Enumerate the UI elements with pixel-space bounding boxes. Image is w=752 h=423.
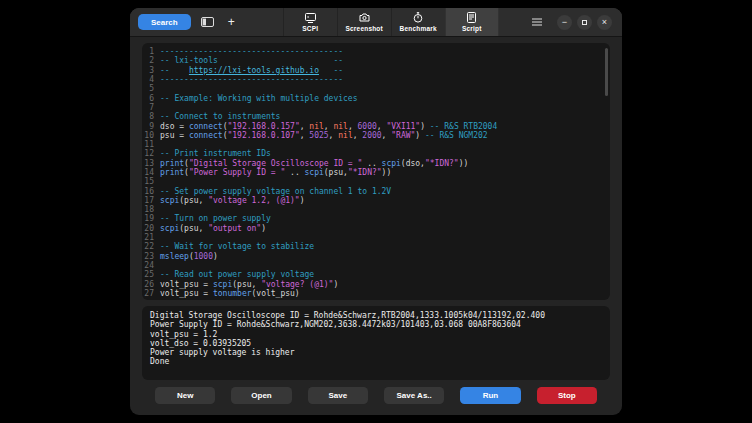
titlebar-right-group: − × bbox=[530, 8, 612, 36]
line-number: 20 bbox=[142, 224, 160, 233]
close-button[interactable]: × bbox=[597, 15, 612, 30]
search-button[interactable]: Search bbox=[138, 14, 191, 30]
line-number: 10 bbox=[142, 131, 160, 140]
code-line: 12-- Print instrument IDs bbox=[142, 149, 610, 158]
code-line: 22-- Wait for voltage to stabilize bbox=[142, 242, 610, 251]
script-page: 1--------------------------------------2… bbox=[130, 37, 622, 414]
code-text: -- https://lxi-tools.github.io -- bbox=[160, 66, 343, 75]
code-text: print("Digital Storage Oscilloscope ID =… bbox=[160, 159, 468, 168]
maximize-button[interactable] bbox=[577, 15, 592, 30]
line-number: 23 bbox=[142, 252, 160, 261]
line-number: 27 bbox=[142, 289, 160, 298]
code-text: -- Print instrument IDs bbox=[160, 149, 271, 158]
tab-script[interactable]: Script bbox=[445, 8, 499, 36]
open-button[interactable]: Open bbox=[231, 387, 291, 404]
tab-label: Script bbox=[462, 25, 482, 32]
code-text: volt_psu = scpi(psu, "voltage? (@1)") bbox=[160, 280, 338, 289]
console-lines: Digital Storage Oscilloscope ID = Rohde&… bbox=[150, 311, 602, 366]
console-line: Digital Storage Oscilloscope ID = Rohde&… bbox=[150, 311, 602, 320]
line-number: 13 bbox=[142, 159, 160, 168]
line-number: 11 bbox=[142, 140, 160, 149]
code-text: -- Set power supply voltage on channel 1… bbox=[160, 187, 391, 196]
code-line: 11 bbox=[142, 140, 610, 149]
menu-icon[interactable] bbox=[530, 18, 544, 26]
code-line: 26volt_psu = scpi(psu, "voltage? (@1)") bbox=[142, 279, 610, 288]
line-number: 12 bbox=[142, 149, 160, 158]
console-line: Power supply voltage is higher bbox=[150, 348, 602, 357]
code-line: 21 bbox=[142, 233, 610, 242]
line-number: 17 bbox=[142, 196, 160, 205]
script-editor[interactable]: 1--------------------------------------2… bbox=[142, 43, 610, 300]
code-line: 5 bbox=[142, 84, 610, 93]
code-line: 9dso = connect("192.168.0.157", nil, nil… bbox=[142, 121, 610, 130]
line-number: 26 bbox=[142, 280, 160, 289]
line-number: 1 bbox=[142, 47, 160, 56]
code-line: 10psu = connect("192.168.0.107", 5025, n… bbox=[142, 131, 610, 140]
console-line: volt_psu = 1.2 bbox=[150, 330, 602, 339]
line-number: 21 bbox=[142, 233, 160, 242]
new-button[interactable]: New bbox=[155, 387, 215, 404]
line-number: 3 bbox=[142, 66, 160, 75]
line-number: 15 bbox=[142, 177, 160, 186]
save-button[interactable]: Save bbox=[308, 387, 368, 404]
tab-label: SCPI bbox=[302, 25, 318, 32]
code-line: 7 bbox=[142, 103, 610, 112]
code-text: scpi(psu, "output on") bbox=[160, 224, 266, 233]
line-number: 8 bbox=[142, 112, 160, 121]
code-line: 27volt_psu = tonumber(volt_psu) bbox=[142, 289, 610, 298]
editor-scrollbar[interactable] bbox=[605, 48, 608, 96]
code-line: 3-- https://lxi-tools.github.io -- bbox=[142, 66, 610, 75]
tab-scpi[interactable]: SCPI bbox=[283, 8, 337, 36]
line-number: 14 bbox=[142, 168, 160, 177]
code-line: 24 bbox=[142, 261, 610, 270]
console-line: volt_dso = 0.03935205 bbox=[150, 339, 602, 348]
code-text: msleep(1000) bbox=[160, 252, 218, 261]
line-number: 22 bbox=[142, 242, 160, 251]
code-text: scpi(psu, "voltage 1.2, (@1)") bbox=[160, 196, 305, 205]
code-text: dso = connect("192.168.0.157", nil, nil,… bbox=[160, 122, 497, 131]
code-line: 6-- Example: Working with multiple devic… bbox=[142, 93, 610, 102]
code-text: print("Power Supply ID = " .. scpi(psu,"… bbox=[160, 168, 391, 177]
stop-button[interactable]: Stop bbox=[537, 387, 597, 404]
terminal-icon bbox=[305, 12, 316, 23]
line-number: 24 bbox=[142, 261, 160, 270]
line-number: 2 bbox=[142, 56, 160, 65]
code-line: 16-- Set power supply voltage on channel… bbox=[142, 186, 610, 195]
code-line: 18 bbox=[142, 205, 610, 214]
line-number: 16 bbox=[142, 187, 160, 196]
code-line: 8-- Connect to instruments bbox=[142, 112, 610, 121]
code-text: -- Wait for voltage to stabilize bbox=[160, 242, 314, 251]
sidebar-toggle-icon[interactable] bbox=[199, 17, 216, 27]
code-text: volt_psu = tonumber(volt_psu) bbox=[160, 289, 300, 298]
line-number: 5 bbox=[142, 84, 160, 93]
code-line: 13print("Digital Storage Oscilloscope ID… bbox=[142, 159, 610, 168]
line-number: 4 bbox=[142, 75, 160, 84]
code-line: 15 bbox=[142, 177, 610, 186]
output-console: Digital Storage Oscilloscope ID = Rohde&… bbox=[142, 306, 610, 380]
line-number: 9 bbox=[142, 122, 160, 131]
tab-screenshot[interactable]: Screenshot bbox=[337, 8, 391, 36]
camera-icon bbox=[359, 12, 370, 23]
console-line: Done bbox=[150, 357, 602, 366]
script-icon bbox=[467, 12, 476, 23]
code-text: -- Connect to instruments bbox=[160, 112, 280, 121]
tab-label: Benchmark bbox=[400, 25, 437, 32]
lxi-tools-window: Search + SCPIScreenshotBenchmarkScript −… bbox=[130, 8, 622, 415]
console-line: Power Supply ID = Rohde&Schwarz,NGM202,3… bbox=[150, 320, 602, 329]
tab-bar: SCPIScreenshotBenchmarkScript bbox=[283, 8, 499, 36]
tab-benchmark[interactable]: Benchmark bbox=[391, 8, 445, 36]
maximize-icon bbox=[582, 20, 587, 25]
editor-lines: 1--------------------------------------2… bbox=[142, 47, 610, 298]
minimize-button[interactable]: − bbox=[557, 15, 572, 30]
action-bar: NewOpenSaveSave As..RunStop bbox=[142, 387, 610, 404]
save-as-button[interactable]: Save As.. bbox=[384, 387, 444, 404]
line-number: 25 bbox=[142, 270, 160, 279]
stopwatch-icon bbox=[413, 12, 423, 23]
code-line: 2-- lxi-tools -- bbox=[142, 56, 610, 65]
add-instrument-button[interactable]: + bbox=[224, 16, 239, 28]
code-line: 20scpi(psu, "output on") bbox=[142, 224, 610, 233]
titlebar: Search + SCPIScreenshotBenchmarkScript −… bbox=[130, 8, 622, 37]
run-button[interactable]: Run bbox=[460, 387, 520, 404]
code-text: -- Example: Working with multiple device… bbox=[160, 94, 357, 103]
code-line: 1-------------------------------------- bbox=[142, 47, 610, 56]
